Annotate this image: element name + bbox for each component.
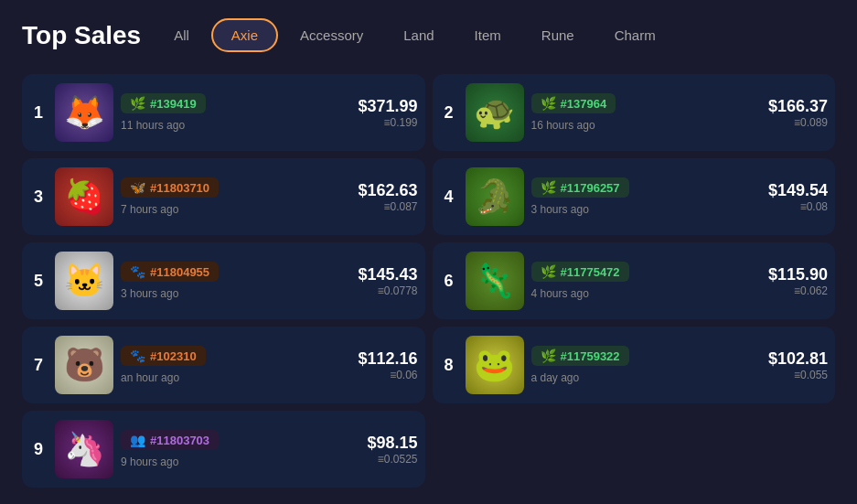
page-title: Top Sales — [22, 21, 141, 50]
axie-avatar: 🦎 — [466, 252, 524, 310]
sale-info: 👥 #11803703 9 hours ago — [121, 430, 359, 468]
axie-avatar: 🐸 — [466, 336, 524, 394]
axie-id: #137964 — [561, 97, 607, 111]
tab-charm[interactable]: Charm — [596, 20, 674, 50]
id-badge: 👥 #11803703 — [121, 430, 219, 450]
price-block: $98.15 ≡0.0525 — [367, 434, 417, 466]
sale-item-4[interactable]: 4 🐊 🌿 #11796257 3 hours ago $149.54 ≡0.0… — [433, 158, 836, 235]
axie-id: #102310 — [150, 349, 197, 363]
time-ago: an hour ago — [121, 371, 350, 384]
sale-item-8[interactable]: 8 🐸 🌿 #11759322 a day ago $102.81 ≡0.055 — [433, 327, 836, 403]
badge-icon: 🦋 — [130, 180, 145, 195]
badge-icon: 🐾 — [130, 349, 145, 363]
price-block: $166.37 ≡0.089 — [768, 97, 828, 129]
badge-icon: 🐾 — [130, 264, 145, 279]
axie-id: #139419 — [150, 97, 197, 111]
price-eth: ≡0.089 — [768, 116, 828, 129]
sale-info: 🐾 #11804955 3 hours ago — [121, 262, 350, 300]
id-badge: 🦋 #11803710 — [121, 177, 219, 198]
price-usd: $162.63 — [358, 181, 417, 200]
sale-item-2[interactable]: 2 🐢 🌿 #137964 16 hours ago $166.37 ≡0.08… — [433, 74, 836, 151]
price-eth: ≡0.0778 — [358, 284, 417, 297]
price-usd: $115.90 — [768, 265, 828, 284]
badge-icon: 🌿 — [541, 264, 556, 279]
id-badge: 🌿 #139419 — [121, 93, 206, 113]
main-container: Top Sales AllAxieAccessoryLandItemRuneCh… — [0, 0, 857, 504]
price-eth: ≡0.087 — [358, 200, 417, 213]
price-usd: $371.99 — [358, 97, 417, 116]
price-eth: ≡0.06 — [358, 369, 417, 381]
id-badge: 🌿 #11759322 — [531, 346, 629, 366]
sale-item-7[interactable]: 7 🐻 🐾 #102310 an hour ago $112.16 ≡0.06 — [22, 327, 425, 403]
badge-icon: 👥 — [130, 433, 145, 447]
rank-number: 3 — [29, 188, 48, 207]
rank-number: 2 — [440, 103, 458, 123]
price-usd: $145.43 — [358, 265, 417, 284]
axie-avatar: 🐻 — [55, 336, 113, 394]
price-usd: $102.81 — [768, 349, 828, 369]
axie-avatar: 🐢 — [466, 83, 524, 142]
badge-icon: 🌿 — [541, 180, 556, 195]
badge-icon: 🌿 — [541, 349, 556, 363]
axie-avatar: 🦊 — [55, 83, 113, 142]
sales-grid: 1 🦊 🌿 #139419 11 hours ago $371.99 ≡0.19… — [22, 74, 835, 488]
badge-icon: 🌿 — [130, 96, 145, 111]
price-eth: ≡0.055 — [768, 369, 828, 381]
sale-item-1[interactable]: 1 🦊 🌿 #139419 11 hours ago $371.99 ≡0.19… — [22, 74, 425, 151]
price-block: $162.63 ≡0.087 — [358, 181, 417, 213]
axie-avatar: 🦄 — [55, 420, 113, 478]
tab-accessory[interactable]: Accessory — [282, 20, 381, 50]
sale-info: 🐾 #102310 an hour ago — [121, 346, 350, 384]
price-usd: $149.54 — [768, 181, 828, 200]
sale-item-3[interactable]: 3 🍓 🦋 #11803710 7 hours ago $162.63 ≡0.0… — [22, 158, 425, 235]
price-eth: ≡0.062 — [768, 284, 828, 297]
tab-axie[interactable]: Axie — [211, 18, 278, 52]
sale-info: 🌿 #11775472 4 hours ago — [531, 262, 761, 300]
axie-id: #11803703 — [150, 434, 209, 447]
axie-avatar: 🐱 — [55, 252, 113, 310]
rank-number: 7 — [29, 356, 48, 375]
tab-item[interactable]: Item — [456, 20, 520, 50]
axie-avatar: 🍓 — [55, 167, 113, 226]
header: Top Sales AllAxieAccessoryLandItemRuneCh… — [22, 18, 835, 52]
rank-number: 6 — [440, 272, 458, 291]
axie-id: #11796257 — [561, 181, 620, 195]
time-ago: 3 hours ago — [531, 203, 761, 216]
id-badge: 🌿 #11796257 — [531, 177, 629, 198]
time-ago: 4 hours ago — [531, 287, 761, 300]
price-block: $115.90 ≡0.062 — [768, 265, 828, 297]
axie-id: #11759322 — [561, 349, 620, 363]
price-eth: ≡0.0525 — [367, 453, 417, 466]
id-badge: 🌿 #11775472 — [531, 262, 629, 282]
price-block: $371.99 ≡0.199 — [358, 97, 417, 129]
badge-icon: 🌿 — [541, 96, 556, 111]
rank-number: 9 — [29, 440, 48, 459]
time-ago: 9 hours ago — [121, 456, 359, 468]
sale-info: 🦋 #11803710 7 hours ago — [121, 177, 350, 216]
axie-id: #11804955 — [150, 265, 209, 279]
time-ago: 3 hours ago — [121, 287, 350, 300]
sale-item-9[interactable]: 9 🦄 👥 #11803703 9 hours ago $98.15 ≡0.05… — [22, 411, 425, 488]
tabs-bar: AllAxieAccessoryLandItemRuneCharm — [155, 18, 673, 52]
tab-rune[interactable]: Rune — [523, 20, 593, 50]
tab-land[interactable]: Land — [385, 20, 452, 50]
price-block: $145.43 ≡0.0778 — [358, 265, 417, 297]
sale-item-5[interactable]: 5 🐱 🐾 #11804955 3 hours ago $145.43 ≡0.0… — [22, 242, 425, 319]
price-block: $112.16 ≡0.06 — [358, 349, 417, 381]
axie-id: #11775472 — [561, 265, 620, 279]
time-ago: a day ago — [531, 371, 761, 384]
sale-info: 🌿 #11759322 a day ago — [531, 346, 761, 384]
id-badge: 🐾 #102310 — [121, 346, 206, 366]
tab-all[interactable]: All — [155, 20, 208, 50]
price-block: $149.54 ≡0.08 — [768, 181, 828, 213]
price-block: $102.81 ≡0.055 — [768, 349, 828, 381]
price-usd: $166.37 — [768, 97, 828, 116]
axie-id: #11803710 — [150, 181, 209, 195]
sale-item-6[interactable]: 6 🦎 🌿 #11775472 4 hours ago $115.90 ≡0.0… — [433, 242, 836, 319]
price-usd: $98.15 — [367, 434, 417, 453]
rank-number: 5 — [29, 272, 48, 291]
rank-number: 1 — [29, 103, 48, 123]
time-ago: 16 hours ago — [531, 119, 761, 132]
rank-number: 8 — [440, 356, 458, 375]
id-badge: 🐾 #11804955 — [121, 262, 219, 282]
